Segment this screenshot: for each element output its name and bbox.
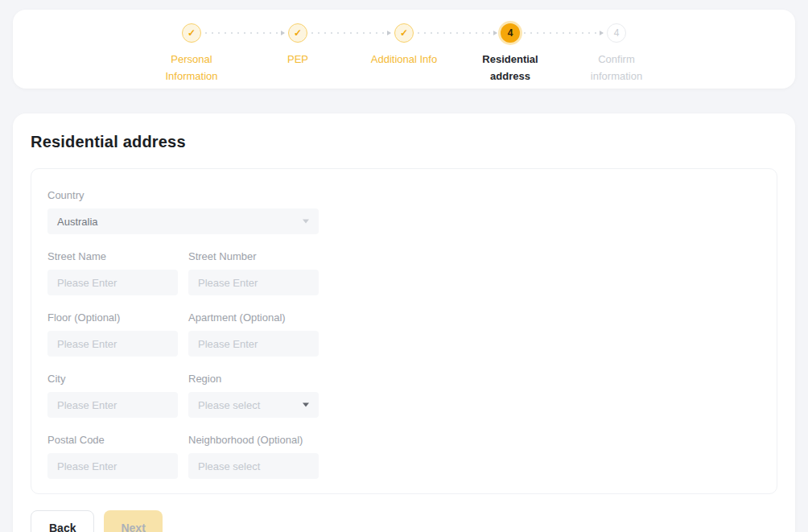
check-icon: ✓ bbox=[394, 23, 414, 43]
field-floor: Floor (Optional) bbox=[47, 311, 178, 357]
step-label: Confirm information bbox=[572, 52, 661, 85]
step-number-badge: 4 bbox=[607, 23, 626, 43]
neighborhood-select[interactable]: Please select bbox=[188, 453, 319, 479]
region-select[interactable]: Please select bbox=[188, 392, 319, 418]
back-button[interactable]: Back bbox=[31, 510, 94, 532]
city-label: City bbox=[47, 373, 178, 385]
step-connector-arrow-icon bbox=[205, 32, 284, 34]
street-name-input[interactable] bbox=[47, 270, 178, 295]
residential-address-card: Residential address Country Australia St… bbox=[13, 113, 795, 532]
page-title: Residential address bbox=[31, 133, 777, 151]
country-label: Country bbox=[47, 189, 319, 201]
field-street-name: Street Name bbox=[47, 250, 178, 295]
address-fieldset: Country Australia Street Name Street Num… bbox=[31, 168, 777, 494]
apartment-input[interactable] bbox=[188, 331, 319, 357]
field-city: City bbox=[47, 373, 178, 418]
field-region: Region Please select bbox=[188, 373, 319, 418]
neighborhood-label: Neighborhood (Optional) bbox=[188, 434, 319, 446]
chevron-down-icon bbox=[303, 403, 309, 407]
apartment-label: Apartment (Optional) bbox=[188, 311, 319, 324]
next-button[interactable]: Next bbox=[104, 510, 162, 532]
region-placeholder: Please select bbox=[198, 399, 260, 411]
progress-stepper: ✓ Personal Information ✓ PEP ✓ Additiona… bbox=[138, 10, 670, 85]
floor-label: Floor (Optional) bbox=[47, 311, 178, 324]
stepper-card: ✓ Personal Information ✓ PEP ✓ Additiona… bbox=[13, 10, 795, 89]
check-icon: ✓ bbox=[288, 23, 307, 43]
step-label: Personal Information bbox=[147, 52, 236, 85]
field-street-number: Street Number bbox=[188, 250, 319, 295]
step-connector-arrow-icon bbox=[524, 32, 603, 34]
field-apartment: Apartment (Optional) bbox=[188, 311, 319, 357]
chevron-down-icon bbox=[303, 220, 309, 224]
step-label: Residential address bbox=[466, 52, 554, 85]
form-actions: Back Next bbox=[31, 510, 777, 532]
step-label: PEP bbox=[287, 52, 308, 68]
postal-code-label: Postal Code bbox=[47, 434, 178, 446]
postal-code-input[interactable] bbox=[47, 453, 178, 479]
step-label: Additional Info bbox=[371, 52, 437, 68]
city-input[interactable] bbox=[47, 392, 178, 418]
step-connector-arrow-icon bbox=[311, 32, 390, 34]
street-number-label: Street Number bbox=[188, 250, 319, 262]
field-neighborhood: Neighborhood (Optional) Please select bbox=[188, 434, 319, 479]
field-postal-code: Postal Code bbox=[47, 434, 178, 479]
check-icon: ✓ bbox=[182, 23, 201, 43]
street-number-input[interactable] bbox=[188, 270, 319, 295]
step-connector-arrow-icon bbox=[418, 32, 497, 34]
country-value: Australia bbox=[57, 216, 98, 228]
neighborhood-placeholder: Please select bbox=[198, 460, 260, 472]
floor-input[interactable] bbox=[47, 331, 178, 357]
field-country: Country Australia bbox=[47, 189, 319, 234]
region-label: Region bbox=[188, 373, 319, 385]
country-select[interactable]: Australia bbox=[47, 208, 319, 234]
step-number-badge: 4 bbox=[501, 23, 520, 43]
street-name-label: Street Name bbox=[47, 250, 178, 262]
